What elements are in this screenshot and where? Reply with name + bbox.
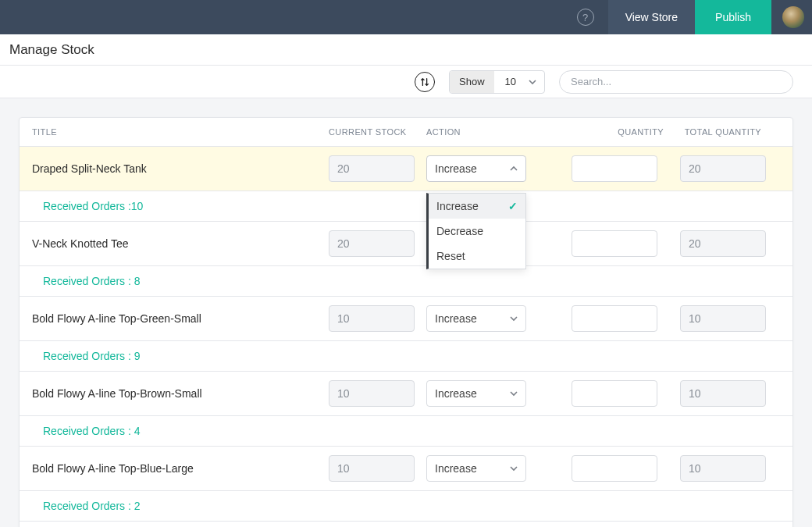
page-body: TITLE CURRENT STOCK ACTION QUANTITY TOTA… xyxy=(0,98,812,527)
cell-title: Draped Split-Neck Tank xyxy=(32,162,329,175)
chevron-down-icon xyxy=(529,78,536,86)
page-title: Manage Stock xyxy=(9,42,94,58)
received-orders: Received Orders : 4 xyxy=(20,416,792,447)
action-select-value: Increase xyxy=(435,162,477,175)
chevron-down-icon xyxy=(510,315,518,322)
cell-action: Increase Increase ✓ Decrease Reset xyxy=(426,155,567,182)
th-total-quantity: TOTAL QUANTITY xyxy=(668,127,766,137)
table-row: Bold Flowy A-line Top-Brown-Small 10 Inc… xyxy=(20,372,792,416)
cell-current-stock: 10 xyxy=(329,305,426,332)
received-orders: Received Orders : 2 xyxy=(20,491,792,522)
cell-quantity xyxy=(567,230,668,257)
action-option-increase[interactable]: Increase ✓ xyxy=(429,194,525,219)
current-stock-field: 10 xyxy=(329,455,415,482)
action-select[interactable]: Increase xyxy=(426,155,526,182)
quantity-input[interactable] xyxy=(572,155,657,182)
page-size-label: Show xyxy=(450,71,494,93)
cell-title: Bold Flowy A-line Top-Green-Small xyxy=(32,312,329,325)
cell-total: 10 xyxy=(668,305,766,332)
action-select-value: Increase xyxy=(435,462,477,475)
page-size-caret[interactable] xyxy=(524,71,544,93)
cell-total: 10 xyxy=(668,455,766,482)
th-action: ACTION xyxy=(426,127,567,137)
search-field[interactable] xyxy=(559,70,793,94)
cell-quantity xyxy=(567,155,668,182)
received-orders: Received Orders :10 xyxy=(20,191,792,222)
cell-current-stock: 20 xyxy=(329,230,426,257)
current-stock-field: 20 xyxy=(329,230,415,257)
table-row: Draped Split-Neck Tank 20 Increase Incre… xyxy=(20,147,792,191)
chevron-up-icon xyxy=(510,165,518,173)
cell-action: Increase xyxy=(426,455,567,482)
action-option-decrease[interactable]: Decrease xyxy=(429,219,525,244)
action-dropdown: Increase ✓ Decrease Reset xyxy=(426,193,526,269)
cell-total: 10 xyxy=(668,380,766,407)
checkmark-icon: ✓ xyxy=(508,200,518,212)
cell-quantity xyxy=(567,305,668,332)
help-icon[interactable]: ? xyxy=(577,9,594,26)
cell-total: 20 xyxy=(668,155,766,182)
sort-arrows-icon xyxy=(419,77,430,87)
action-option-label: Increase xyxy=(436,200,479,212)
quantity-input[interactable] xyxy=(572,455,657,482)
quantity-input[interactable] xyxy=(572,380,657,407)
topbar: ? View Store Publish xyxy=(0,0,812,34)
stock-table: TITLE CURRENT STOCK ACTION QUANTITY TOTA… xyxy=(19,117,793,527)
avatar[interactable] xyxy=(782,6,804,28)
publish-button[interactable]: Publish xyxy=(695,0,771,34)
table-header: TITLE CURRENT STOCK ACTION QUANTITY TOTA… xyxy=(20,118,792,147)
action-option-reset[interactable]: Reset xyxy=(429,244,525,269)
th-quantity: QUANTITY xyxy=(567,127,668,137)
cell-current-stock: 20 xyxy=(329,155,426,182)
quantity-input[interactable] xyxy=(572,230,657,257)
action-select-value: Increase xyxy=(435,387,477,400)
total-quantity-field: 10 xyxy=(680,455,766,482)
action-select[interactable]: Increase xyxy=(426,380,526,407)
table-row: Bold Flowy A-line Top-Blue-Extra Large 1… xyxy=(20,522,792,527)
cell-quantity xyxy=(567,380,668,407)
total-quantity-field: 20 xyxy=(680,155,766,182)
cell-current-stock: 10 xyxy=(329,380,426,407)
current-stock-field: 20 xyxy=(329,155,415,182)
action-option-label: Decrease xyxy=(436,225,483,237)
cell-action: Increase xyxy=(426,380,567,407)
table-row: Bold Flowy A-line Top-Green-Small 10 Inc… xyxy=(20,297,792,341)
cell-current-stock: 10 xyxy=(329,455,426,482)
total-quantity-field: 20 xyxy=(680,230,766,257)
view-store-button[interactable]: View Store xyxy=(608,0,695,34)
cell-total: 20 xyxy=(668,230,766,257)
cell-title: V-Neck Knotted Tee xyxy=(32,237,329,250)
cell-title: Bold Flowy A-line Top-Brown-Small xyxy=(32,387,329,400)
th-current-stock: CURRENT STOCK xyxy=(329,127,426,137)
th-title: TITLE xyxy=(32,127,329,137)
cell-action: Increase xyxy=(426,305,567,332)
page-size-value[interactable]: 10 xyxy=(494,71,524,93)
current-stock-field: 10 xyxy=(329,380,415,407)
cell-title: Bold Flowy A-line Top-Blue-Large xyxy=(32,462,329,475)
table-row: V-Neck Knotted Tee 20 20 xyxy=(20,222,792,266)
topbar-actions: ? View Store Publish xyxy=(577,0,804,34)
current-stock-field: 10 xyxy=(329,305,415,332)
received-orders: Received Orders : 9 xyxy=(20,341,792,372)
cell-quantity xyxy=(567,455,668,482)
page-title-bar: Manage Stock xyxy=(0,34,812,66)
quantity-input[interactable] xyxy=(572,305,657,332)
table-row: Bold Flowy A-line Top-Blue-Large 10 Incr… xyxy=(20,447,792,491)
action-option-label: Reset xyxy=(436,250,465,262)
chevron-down-icon xyxy=(510,390,518,397)
action-select[interactable]: Increase xyxy=(426,305,526,332)
chevron-down-icon xyxy=(510,465,518,472)
sort-icon[interactable] xyxy=(415,72,435,92)
action-select[interactable]: Increase xyxy=(426,455,526,482)
total-quantity-field: 10 xyxy=(680,305,766,332)
search-input[interactable] xyxy=(571,76,782,87)
received-orders: Received Orders : 8 xyxy=(20,266,792,297)
page-size-select[interactable]: Show 10 xyxy=(449,70,545,94)
total-quantity-field: 10 xyxy=(680,380,766,407)
action-select-value: Increase xyxy=(435,312,477,325)
controls-bar: Show 10 xyxy=(0,66,812,98)
